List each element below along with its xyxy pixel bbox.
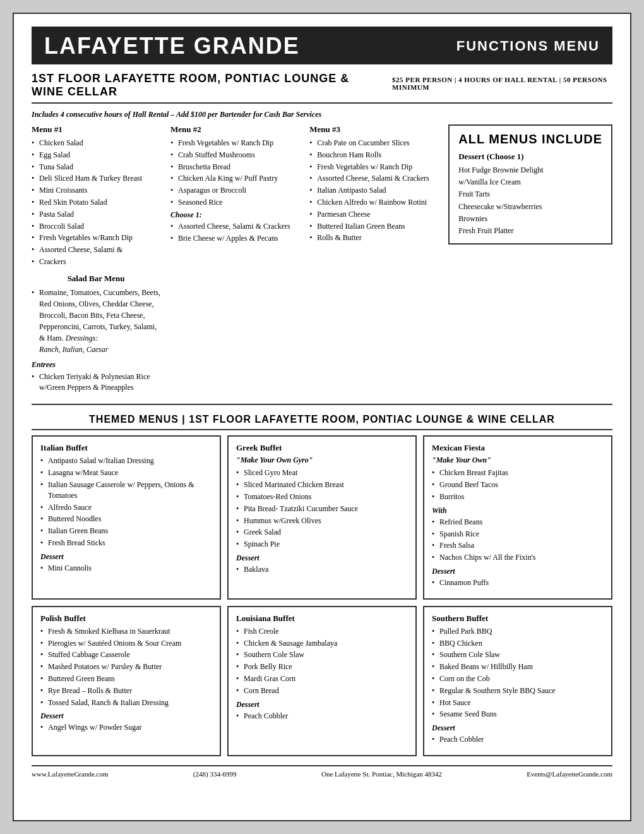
list-item: Assorted Cheese, Salami & <box>32 245 160 255</box>
list-item: Fresh Vegetables w/Ranch Dip <box>32 233 160 243</box>
list-item: Spinach Pie <box>236 539 408 550</box>
menu-1-col: Menu #1 Chicken Salad Egg Salad Tuna Sal… <box>32 124 170 394</box>
mexican-with-label: With <box>432 506 604 516</box>
list-item: Tomatoes-Red Onions <box>236 492 408 502</box>
divider-themed-bottom <box>32 429 612 430</box>
list-item: Corn on the Cob <box>432 674 604 684</box>
louisiana-buffet-title: Louisiana Buffet <box>236 613 408 624</box>
buffet-grid-row1: Italian Buffet Antipasto Salad w/Italian… <box>32 435 612 599</box>
list-item: Seasoned Rice <box>170 197 299 208</box>
list-item: Egg Salad <box>32 150 160 160</box>
list-item: Sliced Marinated Chicken Breast <box>236 480 408 490</box>
southern-dessert-label: Dessert <box>432 723 604 733</box>
choose-label: Choose 1: <box>170 210 299 220</box>
list-item: Red Skin Potato Salad <box>32 197 160 208</box>
louisiana-dessert-list: Peach Cobbler <box>236 711 408 722</box>
entrees-heading: Entrees <box>32 360 160 370</box>
italian-buffet-list: Antipasto Salad w/Italian Dressing Lasag… <box>40 456 212 548</box>
list-item: Buttered Green Beans <box>40 674 212 684</box>
menu2-list: Fresh Vegetables w/ Ranch Dip Crab Stuff… <box>170 138 299 208</box>
greek-buffet-list: Sliced Gyro Meat Sliced Marinated Chicke… <box>236 468 408 550</box>
list-item: Assorted Cheese, Salami & Crackers <box>170 221 299 232</box>
italian-buffet-card: Italian Buffet Antipasto Salad w/Italian… <box>32 435 221 599</box>
menu3-heading: Menu #3 <box>309 124 438 135</box>
greek-buffet-card: Greek Buffet "Make Your Own Gyro" Sliced… <box>227 435 417 599</box>
venue-title: Lafayette Grande <box>44 33 300 59</box>
list-item: Fresh & Smoked Kielbasa in Sauerkraut <box>40 626 212 637</box>
polish-dessert-list: Angel Wings w/ Powder Sugar <box>40 722 212 733</box>
floor-note: Includes 4 consecutive hours of Hall Ren… <box>32 110 612 119</box>
menu2-heading: Menu #2 <box>170 124 299 135</box>
greek-dessert-list: Baklava <box>236 564 408 575</box>
polish-buffet-title: Polish Buffet <box>40 613 212 624</box>
list-item: Deli Sliced Ham & Turkey Breast <box>32 173 160 184</box>
list-item: Chicken Breast Fajitas <box>432 468 604 478</box>
greek-buffet-subtitle: "Make Your Own Gyro" <box>236 456 408 465</box>
list-item: Pork Belly Rice <box>236 662 408 672</box>
list-item: Fish Creole <box>236 626 408 637</box>
list-item: Pita Bread- Tzatziki Cucumber Sauce <box>236 504 408 514</box>
mexican-buffet-title: Mexican Fiesta <box>432 443 604 453</box>
list-item: Mashed Potatoes w/ Parsley & Butter <box>40 662 212 672</box>
list-item: Stuffed Cabbage Casserole <box>40 650 212 660</box>
list-item: Lasagna w/Meat Sauce <box>40 468 212 478</box>
italian-dessert-list: Mini Cannolis <box>40 563 212 574</box>
list-item: Chicken Alfredo w/ Rainbow Rotini <box>309 197 438 208</box>
themed-section-heading: Themed Menus | 1st Floor Lafayette Room,… <box>32 414 612 425</box>
greek-buffet-title: Greek Buffet <box>236 443 408 453</box>
list-item: Bruschetta Bread <box>170 162 299 172</box>
southern-buffet-list: Pulled Park BBQ BBQ Chicken Southern Col… <box>432 626 604 720</box>
footer-address: One Lafayette St. Pontiac, Michigan 4834… <box>321 770 442 778</box>
list-item: Mardi Gras Corn <box>236 674 408 684</box>
southern-buffet-title: Southern Buffet <box>432 613 604 624</box>
mexican-buffet-list: Chicken Breast Fajitas Ground Beef Tacos… <box>432 468 604 502</box>
list-item: BBQ Chicken <box>432 638 604 649</box>
mexican-buffet-card: Mexican Fiesta "Make Your Own" Chicken B… <box>423 435 612 599</box>
page-footer: www.LafayetteGrande.com (248) 334-6999 O… <box>32 765 612 778</box>
floor-title: 1st Floor Lafayette Room, Pontiac Lounge… <box>32 72 385 99</box>
list-item: Italian Green Beans <box>40 526 212 536</box>
mexican-with-list: Refried Beans Spanish Rice Fresh Salsa N… <box>432 517 604 563</box>
menu-title: Functions Menu <box>456 38 600 54</box>
menu1-list: Chicken Salad Egg Salad Tuna Salad Deli … <box>32 138 160 267</box>
louisiana-dessert-label: Dessert <box>236 700 408 710</box>
list-item: Buttered Noodles <box>40 514 212 524</box>
salad-bar-section: Salad Bar Menu • Romaine, Tomatoes, Cucu… <box>32 274 160 393</box>
polish-dessert-label: Dessert <box>40 711 212 721</box>
list-item: Fresh Bread Sticks <box>40 538 212 548</box>
divider-themed-top <box>32 404 612 405</box>
floor-price: $25 Per Person | 4 Hours of Hall Rental … <box>392 76 612 91</box>
list-item: Tuna Salad <box>32 162 160 172</box>
footer-phone: (248) 334-6999 <box>193 770 237 778</box>
list-item: Italian Sausage Casserole w/ Peppers, On… <box>40 480 212 501</box>
footer-email: Events@LafayetteGrande.com <box>527 770 612 778</box>
buffet-grid-row2: Polish Buffet Fresh & Smoked Kielbasa in… <box>32 606 612 756</box>
all-menus-dessert-heading: Dessert (Choose 1) <box>458 152 602 162</box>
list-item: Rolls & Butter <box>309 233 438 243</box>
mexican-dessert-list: Cinnamon Puffs <box>432 577 604 588</box>
list-item: Crab Pate on Cucumber Slices <box>309 138 438 148</box>
list-item: Ground Beef Tacos <box>432 480 604 490</box>
list-item: Chicken Salad <box>32 138 160 148</box>
list-item: Asparagus or Broccoli <box>170 185 299 196</box>
list-item: Greek Salad <box>236 527 408 538</box>
list-item: Cinnamon Puffs <box>432 577 604 588</box>
mexican-dessert-label: Dessert <box>432 567 604 576</box>
menu3-list: Crab Pate on Cucumber Slices Bouchron Ha… <box>309 138 438 243</box>
mexican-buffet-subtitle: "Make Your Own" <box>432 456 604 465</box>
page: Lafayette Grande Functions Menu 1st Floo… <box>13 13 631 821</box>
polish-buffet-list: Fresh & Smoked Kielbasa in Sauerkraut Pi… <box>40 626 212 708</box>
list-item: Corn Bread <box>236 686 408 696</box>
list-item: Regular & Southern Style BBQ Sauce <box>432 686 604 696</box>
list-item: Chicken & Sausage Jambalaya <box>236 638 408 649</box>
menu-2-col: Menu #2 Fresh Vegetables w/ Ranch Dip Cr… <box>170 124 309 245</box>
list-item: Angel Wings w/ Powder Sugar <box>40 722 212 733</box>
salad-bar-heading: Salad Bar Menu <box>32 274 160 284</box>
list-item: Bouchron Ham Rolls <box>309 150 438 160</box>
list-item: Brie Cheese w/ Apples & Pecans <box>170 233 299 244</box>
list-item: Hot Sauce <box>432 698 604 708</box>
italian-dessert-label: Dessert <box>40 552 212 562</box>
list-item: Parmesan Cheese <box>309 209 438 220</box>
entrees-list: Chicken Teriyaki & Polynesian Rice w/Gre… <box>32 372 160 393</box>
list-item: Hummus w/Greek Olives <box>236 516 408 526</box>
